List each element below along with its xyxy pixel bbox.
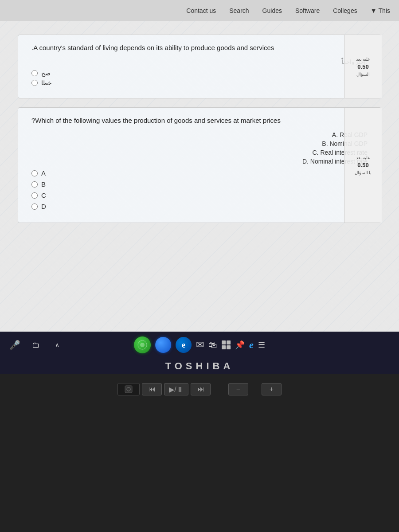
nav-search[interactable]: Search <box>229 7 249 14</box>
question1-text: .A country's standard of living depends … <box>31 44 368 51</box>
q2-radio-c[interactable] <box>31 192 38 199</box>
answer-d: D. Nominal interest rate <box>31 158 368 165</box>
taskbar-lines-icon[interactable]: ☰ <box>258 340 265 350</box>
q2-radio-d-row[interactable]: D <box>31 203 368 210</box>
taskbar-green-icon[interactable] <box>134 336 151 353</box>
question2-text: ?Which of the following values the produ… <box>31 117 368 124</box>
keyboard-plus-button[interactable]: + <box>262 383 282 395</box>
svg-point-1 <box>140 343 145 347</box>
keyboard-media-row: ⏮ ▶/⏸ ⏭ − + <box>117 383 282 395</box>
question1-card: .A country's standard of living depends … <box>18 35 381 98</box>
question1-label-correct: صح <box>41 70 51 77</box>
keyboard-prev-button[interactable]: ⏮ <box>142 383 162 395</box>
q2-radio-d[interactable] <box>31 203 38 210</box>
taskbar-apps-icon[interactable] <box>222 340 231 349</box>
question2-answers: A. Real GDP B. Nominal GDP C. Real inter… <box>31 131 368 165</box>
toshiba-label: TOSHIBA <box>165 360 234 372</box>
question1-radio-correct[interactable] <box>31 70 38 76</box>
taskbar-edge-blue-icon[interactable]: e <box>249 339 254 351</box>
q2-radio-b-row[interactable]: B <box>31 180 368 188</box>
q2-side-score: 0.50 <box>357 162 368 168</box>
svg-rect-2 <box>125 386 132 393</box>
q2-side-arabic-top: عليه بعد <box>356 155 371 160</box>
q2-label-c: C <box>41 192 46 199</box>
keyboard-next-button[interactable]: ⏭ <box>191 383 211 395</box>
taskbar-blue-sphere-icon[interactable] <box>155 337 171 353</box>
nav-contact-us[interactable]: Contact us <box>186 7 216 14</box>
webpage-content: .A country's standard of living depends … <box>0 21 399 332</box>
question2-side-panel: عليه بعد 0.50 با السؤال <box>344 108 382 223</box>
q2-radio-a-row[interactable]: A <box>31 169 368 177</box>
answer-b: B. Nominal GDP <box>31 140 368 147</box>
question1-side-panel: عليه بعد 0.50 السؤال <box>344 35 382 98</box>
question1-option-correct[interactable]: صح <box>31 70 368 77</box>
q2-radio-b[interactable] <box>31 181 38 188</box>
nav-this-dropdown[interactable]: ▼ This <box>371 7 390 14</box>
q2-label-b: B <box>41 180 46 188</box>
question1-arabic-instruction: :إختر واحداً <box>31 59 368 65</box>
browser-navbar: Contact us Search Guides Software Colleg… <box>0 0 399 21</box>
taskbar-edge-icon[interactable]: e <box>176 337 192 353</box>
q1-side-arabic-top: عليه بعد <box>356 57 371 62</box>
taskbar-envelope-icon[interactable]: ✉ <box>196 339 204 351</box>
taskbar-pin-icon[interactable]: 📌 <box>235 340 245 350</box>
q2-radio-a[interactable] <box>31 170 38 176</box>
taskbar-center-icons: e ✉ 🛍 📌 e ☰ <box>134 336 265 353</box>
q2-label-d: D <box>41 203 46 210</box>
taskbar-folder-icon[interactable]: 🗀 <box>28 337 44 353</box>
answer-c: C. Real interest rate <box>31 149 368 156</box>
keyboard-area: ⏮ ▶/⏸ ⏭ − + <box>0 374 399 532</box>
question1-label-wrong: خطا <box>41 79 52 86</box>
keyboard-slot-left <box>117 383 140 395</box>
question2-card: ?Which of the following values the produ… <box>18 107 381 223</box>
nav-colleges[interactable]: Colleges <box>333 7 357 14</box>
taskbar: 🎤 🗀 ∧ e ✉ 🛍 📌 e ☰ <box>0 332 399 358</box>
taskbar-mic-icon[interactable]: 🎤 <box>7 337 23 353</box>
taskbar-chevron-icon[interactable]: ∧ <box>49 337 65 353</box>
taskbar-store-icon[interactable]: 🛍 <box>208 340 217 350</box>
question1-option-wrong[interactable]: خطا <box>31 79 368 86</box>
toshiba-bar: TOSHIBA <box>0 358 399 374</box>
keyboard-minus-button[interactable]: − <box>228 383 248 395</box>
q1-side-arabic-bottom: السؤال <box>356 72 370 77</box>
nav-software[interactable]: Software <box>295 7 320 14</box>
nav-dropdown-arrow: ▼ <box>371 7 377 14</box>
q2-radio-c-row[interactable]: C <box>31 192 368 199</box>
question1-radio-wrong[interactable] <box>31 80 38 86</box>
nav-guides[interactable]: Guides <box>262 7 282 14</box>
answer-a: A. Real GDP <box>31 131 368 138</box>
nav-dropdown-label: This <box>379 7 390 14</box>
q2-label-a: A <box>41 169 46 177</box>
q2-side-arabic-bottom: با السؤال <box>355 170 372 175</box>
q1-side-score: 0.50 <box>357 63 368 70</box>
keyboard-play-pause-button[interactable]: ▶/⏸ <box>164 383 188 395</box>
